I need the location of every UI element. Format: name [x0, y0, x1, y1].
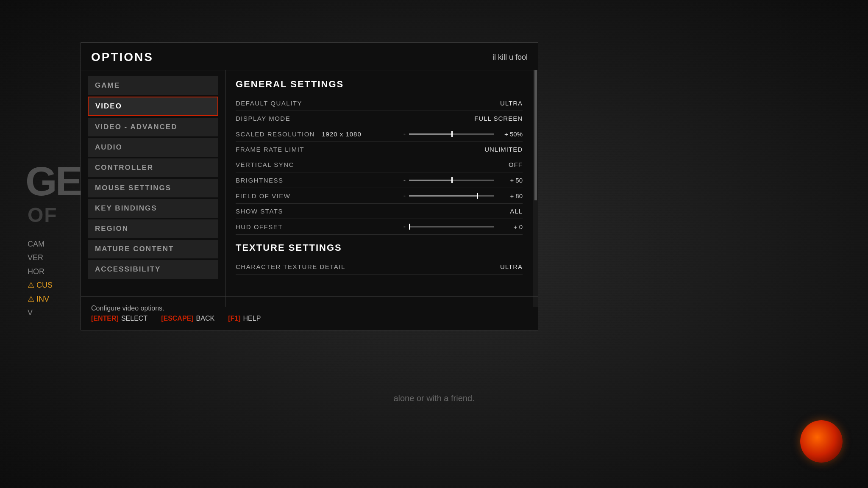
setting-label-brightness: BRIGHTNESS — [236, 177, 284, 184]
nav-item-region[interactable]: REGION — [88, 219, 218, 238]
slider-minus-hud[interactable]: - — [403, 223, 406, 230]
setting-row-scaled-resolution: SCALED RESOLUTION 1920 x 1080 - + 50% — [236, 126, 523, 142]
fov-slider-track[interactable] — [409, 195, 494, 197]
bottom-tagline: alone or with a friend. — [393, 394, 474, 403]
field-of-view-slider-container: - + 80 — [403, 192, 523, 200]
nav-item-key-bindings[interactable]: KEY BINDINGS — [88, 199, 218, 218]
setting-label-hud-offset: HUD OFFSET — [236, 223, 283, 230]
nav-item-video[interactable]: VIDEO — [88, 97, 218, 116]
brightness-slider-track[interactable] — [409, 180, 494, 181]
slider-minus-resolution[interactable]: - — [403, 130, 406, 138]
slider-value-brightness: + 50 — [497, 177, 523, 184]
slider-thumb-resolution — [451, 131, 453, 137]
slider-fill-fov — [409, 195, 477, 197]
scrollbar[interactable] — [533, 70, 538, 307]
key-enter-label: [ENTER] — [91, 315, 119, 322]
setting-label-scaled-resolution: SCALED RESOLUTION — [236, 130, 315, 138]
setting-row-vertical-sync: VERTICAL SYNC OFF — [236, 157, 523, 172]
nav-item-mouse-settings[interactable]: MOUSE SETTINGS — [88, 179, 218, 197]
footer-hint: Configure video options. — [91, 305, 528, 312]
general-settings-heading: GENERAL SETTINGS — [236, 79, 523, 90]
options-username: il kill u fool — [492, 53, 528, 62]
options-dialog: OPTIONS il kill u fool GAME VIDEO VIDEO … — [81, 42, 538, 330]
setting-label-vertical-sync: VERTICAL SYNC — [236, 161, 294, 168]
options-header: OPTIONS il kill u fool — [81, 43, 538, 70]
key-enter-action: SELECT — [121, 315, 147, 322]
key-binding-enter: [ENTER] SELECT — [91, 315, 147, 322]
options-footer: Configure video options. [ENTER] SELECT … — [81, 296, 538, 330]
setting-value-frame-rate-limit[interactable]: UNLIMITED — [455, 146, 523, 153]
slider-value-hud: + 0 — [497, 223, 523, 230]
hud-slider-track[interactable] — [409, 226, 494, 227]
game-logo-partial: GE — [25, 161, 81, 202]
resolution-value: 1920 x 1080 — [322, 130, 362, 138]
slider-thumb-hud — [409, 224, 410, 230]
setting-value-display-mode[interactable]: FULL SCREEN — [455, 115, 523, 122]
slider-minus-brightness[interactable]: - — [403, 176, 406, 184]
key-binding-f1: [F1] HELP — [228, 315, 261, 322]
setting-row-hud-offset: HUD OFFSET - + 0 — [236, 219, 523, 235]
nav-item-video-advanced[interactable]: VIDEO - ADVANCED — [88, 118, 218, 136]
slider-thumb-brightness — [451, 177, 453, 183]
setting-label-show-stats: SHOW STATS — [236, 208, 283, 215]
game-logo-sub: OF — [28, 203, 58, 227]
options-nav: GAME VIDEO VIDEO - ADVANCED AUDIO CONTRO… — [81, 70, 225, 307]
setting-value-vertical-sync[interactable]: OFF — [455, 161, 523, 168]
setting-value-show-stats[interactable]: ALL — [455, 208, 523, 215]
key-f1-action: HELP — [243, 315, 261, 322]
nav-item-mature-content[interactable]: MATURE CONTENT — [88, 240, 218, 258]
slider-value-resolution: + 50% — [497, 130, 523, 138]
nav-item-accessibility[interactable]: ACCESSIBILITY — [88, 260, 218, 279]
setting-row-display-mode: DISPLAY MODE FULL SCREEN — [236, 111, 523, 126]
setting-label-frame-rate-limit: FRAME RATE LIMIT — [236, 146, 304, 153]
side-info: CAM VER HOR ⚠ CUS ⚠ INV V — [28, 237, 53, 319]
resolution-left: SCALED RESOLUTION 1920 x 1080 — [236, 130, 362, 138]
scrollbar-thumb — [534, 70, 537, 200]
slider-fill-resolution — [409, 133, 451, 135]
setting-row-show-stats: SHOW STATS ALL — [236, 204, 523, 219]
hud-offset-slider-container: - + 0 — [403, 223, 523, 230]
swirl-decoration — [800, 420, 843, 463]
setting-label-display-mode: DISPLAY MODE — [236, 115, 290, 122]
key-binding-escape: [ESCAPE] BACK — [161, 315, 214, 322]
setting-label-character-texture: CHARACTER TEXTURE DETAIL — [236, 263, 345, 270]
key-escape-action: BACK — [196, 315, 215, 322]
options-content: GAME VIDEO VIDEO - ADVANCED AUDIO CONTRO… — [81, 70, 538, 307]
setting-row-brightness: BRIGHTNESS - + 50 — [236, 172, 523, 188]
setting-row-default-quality: DEFAULT QUALITY ULTRA — [236, 96, 523, 111]
slider-fill-brightness — [409, 180, 451, 181]
nav-item-game[interactable]: GAME — [88, 76, 218, 95]
slider-value-fov: + 80 — [497, 192, 523, 200]
slider-minus-fov[interactable]: - — [403, 192, 406, 200]
scaled-resolution-slider-container: - + 50% — [403, 130, 523, 138]
setting-value-character-texture[interactable]: ULTRA — [455, 263, 523, 270]
texture-settings-heading: TEXTURE SETTINGS — [236, 242, 523, 253]
setting-row-character-texture: CHARACTER TEXTURE DETAIL ULTRA — [236, 259, 523, 274]
slider-thumb-fov — [477, 193, 478, 199]
setting-row-field-of-view: FIELD OF VIEW - + 80 — [236, 188, 523, 204]
options-title: OPTIONS — [91, 50, 153, 64]
setting-value-default-quality[interactable]: ULTRA — [455, 100, 523, 107]
setting-label-default-quality: DEFAULT QUALITY — [236, 100, 302, 107]
nav-item-audio[interactable]: AUDIO — [88, 138, 218, 157]
key-escape-label: [ESCAPE] — [161, 315, 193, 322]
brightness-slider-container: - + 50 — [403, 176, 523, 184]
setting-label-field-of-view: FIELD OF VIEW — [236, 192, 291, 200]
nav-item-controller[interactable]: CONTROLLER — [88, 158, 218, 177]
setting-row-frame-rate-limit: FRAME RATE LIMIT UNLIMITED — [236, 142, 523, 157]
settings-panel[interactable]: GENERAL SETTINGS DEFAULT QUALITY ULTRA D… — [225, 70, 533, 307]
key-f1-label: [F1] — [228, 315, 240, 322]
footer-keys: [ENTER] SELECT [ESCAPE] BACK [F1] HELP — [91, 315, 528, 322]
scaled-resolution-slider-track[interactable] — [409, 133, 494, 135]
